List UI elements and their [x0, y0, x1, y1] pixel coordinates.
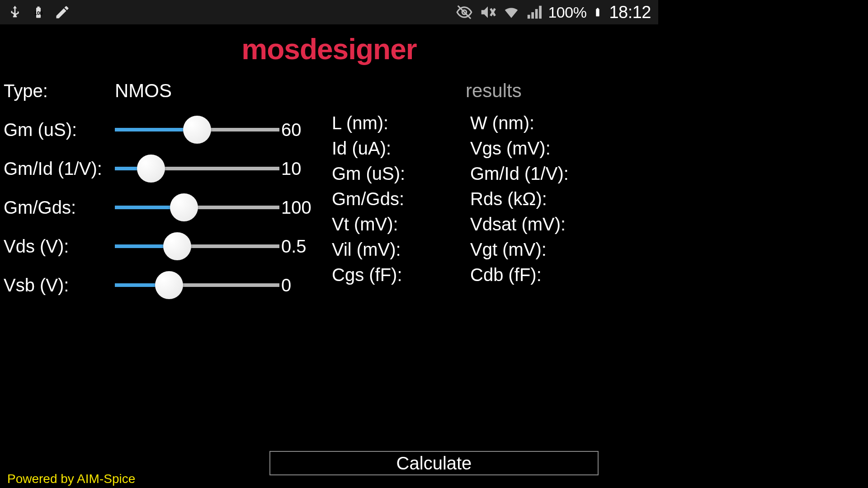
app-title: mosdesigner [0, 33, 658, 66]
gmgds-slider-thumb[interactable] [170, 193, 198, 221]
type-label: Type: [4, 81, 115, 101]
gmgds-value: 100 [281, 197, 313, 218]
signal-icon [526, 5, 542, 20]
result-rds: Rds (kΩ): [470, 186, 655, 211]
mute-icon [479, 4, 496, 21]
battery-icon [593, 4, 603, 21]
result-id: Id (uA): [332, 136, 470, 161]
result-l: L (nm): [332, 110, 470, 136]
gmgds-slider[interactable] [115, 206, 279, 209]
usb-icon [7, 3, 23, 21]
edit-icon [54, 4, 71, 20]
vds-value: 0.5 [281, 236, 313, 257]
result-vt: Vt (mV): [332, 211, 470, 237]
gm-label: Gm (uS): [4, 120, 115, 140]
vsb-slider-thumb[interactable] [155, 271, 183, 299]
gmgds-label: Gm/Gds: [4, 197, 115, 218]
type-value[interactable]: NMOS [115, 80, 172, 102]
result-cdb: Cdb (fF): [470, 262, 655, 287]
status-bar: 100 100% 18:12 [0, 0, 658, 24]
result-vgs: Vgs (mV): [470, 136, 655, 161]
result-vgt: Vgt (mV): [470, 237, 655, 262]
wifi-icon [503, 4, 520, 21]
vsb-slider[interactable] [115, 283, 279, 287]
results-header: results [332, 71, 655, 110]
vds-slider[interactable] [115, 244, 279, 248]
result-w: W (nm): [470, 110, 655, 136]
vsb-label: Vsb (V): [4, 275, 115, 296]
gmid-value: 10 [281, 159, 313, 179]
gm-slider[interactable] [115, 128, 279, 131]
gmid-slider[interactable] [115, 167, 279, 170]
gm-slider-thumb[interactable] [183, 116, 211, 144]
result-gmgds: Gm/Gds: [332, 186, 470, 211]
gm-value: 60 [281, 120, 313, 140]
battery-small-icon: 100 [32, 3, 45, 21]
gmid-label: Gm/Id (1/V): [4, 159, 115, 179]
battery-pct-text: 100% [548, 4, 586, 21]
result-gmid: Gm/Id (1/V): [470, 161, 655, 186]
result-vdsat: Vdsat (mV): [470, 211, 655, 237]
clock-text: 18:12 [609, 3, 651, 22]
gmid-slider-thumb[interactable] [137, 155, 165, 183]
result-vil: Vil (mV): [332, 237, 470, 262]
vds-label: Vds (V): [4, 236, 115, 257]
vds-slider-thumb[interactable] [163, 232, 191, 260]
result-gm: Gm (uS): [332, 161, 470, 186]
vsb-value: 0 [281, 275, 313, 296]
eye-off-icon [456, 4, 473, 21]
battery-small-text: 100 [34, 10, 42, 16]
result-cgs: Cgs (fF): [332, 262, 470, 287]
